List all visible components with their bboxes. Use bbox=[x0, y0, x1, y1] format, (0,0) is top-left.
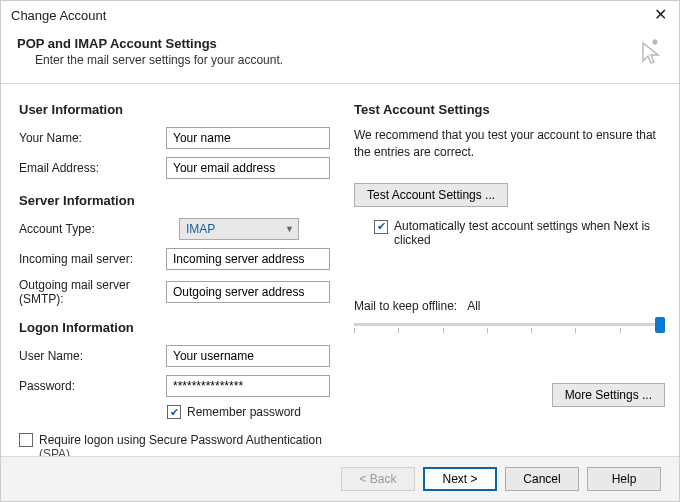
server-information-heading: Server Information bbox=[19, 193, 330, 208]
slider-thumb-icon[interactable] bbox=[655, 317, 665, 333]
mail-offline-value: All bbox=[467, 299, 480, 313]
outgoing-label: Outgoing mail server (SMTP): bbox=[19, 278, 166, 306]
close-icon[interactable]: ✕ bbox=[648, 7, 673, 23]
your-name-label: Your Name: bbox=[19, 131, 166, 145]
mail-offline-slider[interactable] bbox=[354, 317, 665, 341]
email-input[interactable] bbox=[166, 157, 330, 179]
password-label: Password: bbox=[19, 379, 166, 393]
remember-password-label: Remember password bbox=[187, 405, 301, 419]
account-type-label: Account Type: bbox=[19, 222, 179, 236]
more-settings-button[interactable]: More Settings ... bbox=[552, 383, 665, 407]
mail-offline-label: Mail to keep offline: bbox=[354, 299, 457, 313]
remember-password-checkbox[interactable] bbox=[167, 405, 181, 419]
back-button[interactable]: < Back bbox=[341, 467, 415, 491]
header-title: POP and IMAP Account Settings bbox=[17, 36, 633, 51]
username-input[interactable] bbox=[166, 345, 330, 367]
username-label: User Name: bbox=[19, 349, 166, 363]
account-type-value: IMAP bbox=[186, 222, 215, 236]
account-type-combo[interactable]: IMAP ▼ bbox=[179, 218, 299, 240]
test-heading: Test Account Settings bbox=[354, 102, 665, 117]
cursor-sparkle-icon bbox=[633, 35, 665, 67]
incoming-server-input[interactable] bbox=[166, 248, 330, 270]
outgoing-server-input[interactable] bbox=[166, 281, 330, 303]
header-subtitle: Enter the mail server settings for your … bbox=[35, 53, 633, 67]
your-name-input[interactable] bbox=[166, 127, 330, 149]
help-button[interactable]: Help bbox=[587, 467, 661, 491]
test-account-settings-button[interactable]: Test Account Settings ... bbox=[354, 183, 508, 207]
auto-test-checkbox[interactable] bbox=[374, 220, 388, 234]
title-bar: Change Account ✕ bbox=[1, 1, 680, 27]
next-button[interactable]: Next > bbox=[423, 467, 497, 491]
email-label: Email Address: bbox=[19, 161, 166, 175]
test-description: We recommend that you test your account … bbox=[354, 127, 665, 161]
window-title: Change Account bbox=[11, 8, 648, 23]
auto-test-label: Automatically test account settings when… bbox=[394, 219, 665, 247]
spa-label: Require logon using Secure Password Auth… bbox=[39, 433, 322, 447]
spa-checkbox[interactable] bbox=[19, 433, 33, 447]
incoming-label: Incoming mail server: bbox=[19, 252, 166, 266]
logon-information-heading: Logon Information bbox=[19, 320, 330, 335]
password-input[interactable] bbox=[166, 375, 330, 397]
user-information-heading: User Information bbox=[19, 102, 330, 117]
dialog-header: POP and IMAP Account Settings Enter the … bbox=[1, 27, 680, 84]
cancel-button[interactable]: Cancel bbox=[505, 467, 579, 491]
dialog-footer: < Back Next > Cancel Help bbox=[1, 456, 680, 502]
chevron-down-icon: ▼ bbox=[285, 224, 294, 234]
